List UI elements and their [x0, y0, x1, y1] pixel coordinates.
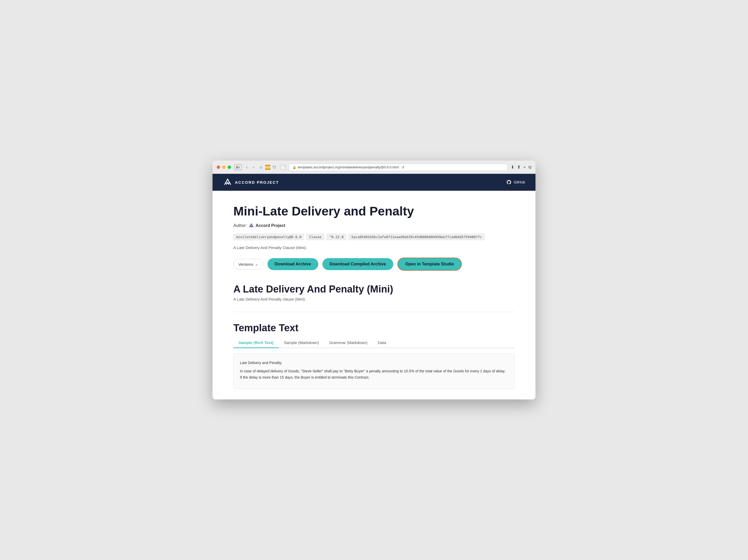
github-link[interactable]: GitHub [506, 179, 525, 185]
forward-button[interactable]: › [252, 165, 255, 170]
template-text-title: Template Text [233, 322, 515, 334]
browser-chrome: ‹ › ⊙ ABP 🛡 📄 🔒 templates.accordproject.… [212, 161, 536, 174]
minimize-button[interactable] [222, 166, 226, 169]
share-button[interactable]: ⬆ [517, 165, 521, 170]
reload-button[interactable]: ↺ [401, 165, 404, 169]
lock-icon: 🔒 [293, 166, 296, 169]
svg-rect-0 [236, 166, 238, 169]
download-button[interactable]: ⬇ [511, 165, 514, 170]
tag-name: minilatedeliveryandpenalty@0.6.0 [233, 234, 304, 240]
content-text: Late Delivery and Penalty. In case of de… [240, 360, 508, 381]
extension-icons: ⊙ ABP 🛡 [258, 165, 277, 170]
content-box: Late Delivery and Penalty. In case of de… [233, 354, 515, 389]
tabs-button[interactable]: ⧉ [529, 165, 531, 170]
download-archive-button[interactable]: Download Archive [267, 258, 318, 270]
svg-rect-2 [238, 167, 240, 168]
brand-name: ACCORD PROJECT [235, 180, 279, 185]
versions-button[interactable]: Versions ⌄ [233, 259, 263, 269]
tag-type: Clause [306, 234, 324, 240]
main-content: Mini-Late Delivery and Penalty Author: A… [212, 191, 536, 400]
extension-icon-3: 🛡 [272, 165, 277, 170]
chevron-down-icon: ⌄ [255, 262, 258, 266]
github-icon [506, 179, 512, 185]
github-label: GitHub [514, 180, 525, 184]
tags-row: minilatedeliveryandpenalty@0.6.0 Clause … [233, 234, 515, 240]
address-bar[interactable]: 🔒 templates.accordproject.org/minilatede… [289, 164, 508, 171]
section-desc: A Late Delivery And Penalty clause (Mini… [233, 297, 515, 301]
description: A Late Delivery And Penalty Clause (Mini… [233, 245, 515, 250]
author-logo-icon [249, 223, 254, 228]
download-compiled-button[interactable]: Download Compiled Archive [323, 258, 393, 270]
browser-window: ‹ › ⊙ ABP 🛡 📄 🔒 templates.accordproject.… [212, 161, 536, 400]
close-button[interactable] [217, 166, 220, 169]
brand-logo-icon [223, 177, 232, 187]
author-line: Author: Accord Project [233, 223, 515, 228]
address-text: templates.accordproject.org/minilatedeli… [298, 165, 399, 169]
back-button[interactable]: ‹ [245, 165, 249, 170]
author-prefix: Author: [233, 223, 247, 228]
extension-icon-2: ABP [265, 165, 270, 170]
browser-controls: ‹ › ⊙ ABP 🛡 📄 🔒 templates.accordproject.… [217, 164, 531, 171]
traffic-lights [217, 166, 231, 169]
author-name: Accord Project [256, 223, 285, 228]
section-title: A Late Delivery And Penalty (Mini) [233, 284, 515, 295]
tabs-row: Sample (Rich Text) Sample (Markdown) Gra… [233, 338, 515, 348]
navbar: ACCORD PROJECT GitHub [212, 174, 536, 191]
open-studio-button[interactable]: Open in Template Studio [397, 258, 462, 271]
browser-actions: ⬇ ⬆ + ⧉ [511, 165, 531, 170]
maximize-button[interactable] [228, 166, 231, 169]
divider [233, 312, 515, 312]
sidebar-toggle-button[interactable] [234, 165, 242, 170]
svg-rect-3 [238, 168, 240, 168]
tag-hash: 5aca95481b5bc2afe8711eaad9eb39c45d880b88… [349, 234, 485, 240]
content-line-2: In case of delayed delivery of Goods, "S… [240, 368, 508, 381]
tab-sample-markdown[interactable]: Sample (Markdown) [279, 338, 324, 348]
content-line-1: Late Delivery and Penalty. [240, 360, 508, 366]
address-bar-container: 🔒 templates.accordproject.org/minilatede… [289, 164, 508, 171]
svg-rect-1 [238, 167, 240, 167]
versions-label: Versions [238, 262, 253, 266]
tab-data[interactable]: Data [373, 338, 392, 348]
tab-grammar-markdown[interactable]: Grammar (Markdown) [324, 338, 373, 348]
brand[interactable]: ACCORD PROJECT [223, 177, 279, 187]
buttons-row: Versions ⌄ Download Archive Download Com… [233, 258, 515, 271]
tag-version: ^0.22.0 [326, 234, 346, 240]
new-tab-button[interactable]: + [523, 165, 526, 170]
tab-sample-rich-text[interactable]: Sample (Rich Text) [233, 338, 279, 348]
extension-icon-1: ⊙ [258, 165, 263, 170]
page-title: Mini-Late Delivery and Penalty [233, 204, 515, 219]
page-icon: 📄 [280, 165, 286, 170]
